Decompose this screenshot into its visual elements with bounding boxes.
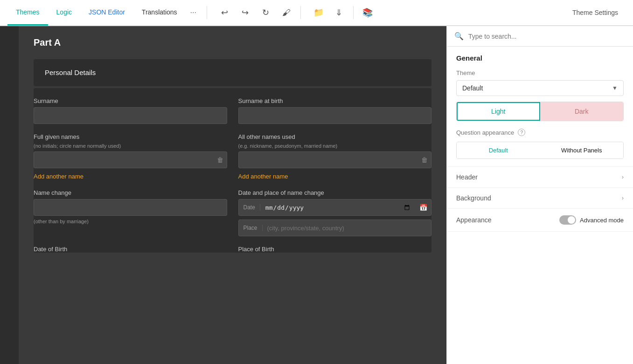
nav-divider-3 xyxy=(353,6,354,19)
place-prefix-label: Place xyxy=(239,225,263,231)
add-another-all-other-names-button[interactable]: Add another name xyxy=(238,173,432,180)
date-input[interactable] xyxy=(260,199,416,215)
download-button[interactable]: ⇓ xyxy=(331,4,348,21)
book-button[interactable]: 📚 xyxy=(359,4,376,21)
full-given-names-input-wrap: 🗑 xyxy=(34,151,227,168)
question-appearance-row: Question appearance ? xyxy=(456,129,624,136)
date-prefix-label: Date xyxy=(239,204,260,211)
theme-value: Default xyxy=(462,84,483,92)
date-input-wrap: Date 📅 xyxy=(238,199,432,216)
form-area: Part A Personal Details Surname Surname … xyxy=(19,26,446,364)
open-file-button[interactable]: 📁 xyxy=(310,4,327,21)
header-label: Header xyxy=(456,173,478,181)
search-input[interactable] xyxy=(468,33,626,40)
dark-button[interactable]: Dark xyxy=(540,102,624,121)
refresh-button[interactable]: ↻ xyxy=(257,4,274,21)
search-icon: 🔍 xyxy=(454,32,464,41)
personal-details-section-header: Personal Details xyxy=(34,59,431,86)
chevron-right-icon: › xyxy=(622,174,624,180)
surname-at-birth-input[interactable] xyxy=(238,107,432,124)
more-menu-button[interactable]: ··· xyxy=(186,8,201,17)
birth-row: Date of Birth Place of Birth xyxy=(34,246,431,253)
part-title: Part A xyxy=(34,37,431,48)
name-change-input[interactable] xyxy=(34,199,227,216)
undo-button[interactable]: ↩ xyxy=(216,4,233,21)
place-of-birth-label: Place of Birth xyxy=(238,246,432,253)
appearance-label: Appearance xyxy=(456,216,492,224)
theme-dropdown[interactable]: Default ▼ xyxy=(456,80,624,96)
name-change-sublabel: (other than by marriage) xyxy=(34,219,227,224)
chevron-down-icon: ▼ xyxy=(612,85,618,91)
all-other-names-delete-icon[interactable]: 🗑 xyxy=(421,156,428,164)
full-given-names-label: Full given names xyxy=(34,133,227,140)
light-button[interactable]: Light xyxy=(457,102,540,121)
general-section: General Theme Default ▼ Light Dark Quest… xyxy=(447,47,633,167)
surname-label: Surname xyxy=(34,97,227,104)
name-change-group: Name change (other than by marriage) xyxy=(34,189,227,236)
question-appearance-label: Question appearance xyxy=(456,129,514,136)
paint-bucket-button[interactable]: 🖌 xyxy=(278,4,295,21)
tab-translations[interactable]: Translations xyxy=(133,0,186,26)
tab-json-editor[interactable]: JSON Editor xyxy=(80,0,133,26)
help-icon[interactable]: ? xyxy=(518,129,525,136)
appearance-toggle: Default Without Panels xyxy=(456,142,624,159)
without-panels-button[interactable]: Without Panels xyxy=(540,142,624,158)
light-dark-toggle: Light Dark xyxy=(456,102,624,121)
names-row: Full given names (no initials; circle na… xyxy=(34,133,431,180)
surname-input[interactable] xyxy=(34,107,227,124)
full-given-names-group: Full given names (no initials; circle na… xyxy=(34,133,227,180)
tab-logic[interactable]: Logic xyxy=(48,0,80,26)
place-input[interactable] xyxy=(263,220,431,236)
surname-group: Surname xyxy=(34,97,227,124)
place-of-birth-group: Place of Birth xyxy=(238,246,432,253)
full-given-names-sublabel: (no initials; circle name normally used) xyxy=(34,143,227,149)
search-box: 🔍 xyxy=(447,26,633,47)
surname-at-birth-label: Surname at birth xyxy=(238,97,432,104)
nav-divider-1 xyxy=(207,6,207,19)
date-of-birth-group: Date of Birth xyxy=(34,246,227,253)
nav-action-icons: ↩ ↪ ↻ 🖌 xyxy=(216,4,295,21)
background-label: Background xyxy=(456,194,491,202)
appearance-advanced-row: Appearance Advanced mode xyxy=(447,209,633,232)
form-body: Surname Surname at birth Full given name… xyxy=(34,88,431,253)
add-another-full-given-names-button[interactable]: Add another name xyxy=(34,173,227,180)
section-title: Personal Details xyxy=(45,69,96,76)
theme-settings-label: Theme Settings xyxy=(565,9,626,16)
advanced-mode-label: Advanced mode xyxy=(580,217,624,224)
calendar-icon: 📅 xyxy=(416,204,431,211)
date-place-group: Date and place of name change Date 📅 Pla… xyxy=(238,189,432,236)
nav-file-icons: 📁 ⇓ xyxy=(310,4,348,21)
place-input-wrap: Place xyxy=(238,220,432,236)
surname-at-birth-group: Surname at birth xyxy=(238,97,432,124)
date-of-birth-label: Date of Birth xyxy=(34,246,227,253)
right-panel: 🔍 General Theme Default ▼ Light Dark Que… xyxy=(446,26,633,364)
all-other-names-input[interactable] xyxy=(238,151,432,168)
date-place-label: Date and place of name change xyxy=(238,189,432,196)
advanced-mode-toggle[interactable] xyxy=(559,215,576,225)
full-given-names-input[interactable] xyxy=(34,151,227,168)
name-change-row: Name change (other than by marriage) Dat… xyxy=(34,189,431,236)
general-title: General xyxy=(456,54,624,62)
top-navigation: Themes Logic JSON Editor Translations ··… xyxy=(0,0,633,26)
all-other-names-group: All other names used (e.g. nickname, pse… xyxy=(238,133,432,180)
redo-button[interactable]: ↪ xyxy=(237,4,254,21)
surname-row: Surname Surname at birth xyxy=(34,97,431,124)
date-place-inputs: Date 📅 Place xyxy=(238,199,432,236)
default-appearance-button[interactable]: Default xyxy=(457,142,540,158)
tab-themes[interactable]: Themes xyxy=(7,0,48,26)
background-section[interactable]: Background › xyxy=(447,188,633,209)
nav-divider-2 xyxy=(300,6,301,19)
name-change-label: Name change xyxy=(34,189,227,196)
left-sidebar xyxy=(0,26,19,364)
chevron-right-icon-2: › xyxy=(622,195,624,201)
toggle-knob xyxy=(568,216,575,224)
theme-settings-label-text: Theme xyxy=(456,69,624,76)
all-other-names-label: All other names used xyxy=(238,133,432,140)
all-other-names-input-wrap: 🗑 xyxy=(238,151,432,168)
all-other-names-sublabel: (e.g. nickname, pseudonym, married name) xyxy=(238,143,432,149)
main-layout: Part A Personal Details Surname Surname … xyxy=(0,26,633,364)
full-given-names-delete-icon[interactable]: 🗑 xyxy=(217,156,223,164)
header-section[interactable]: Header › xyxy=(447,167,633,188)
advanced-mode-toggle-group: Advanced mode xyxy=(559,215,624,225)
